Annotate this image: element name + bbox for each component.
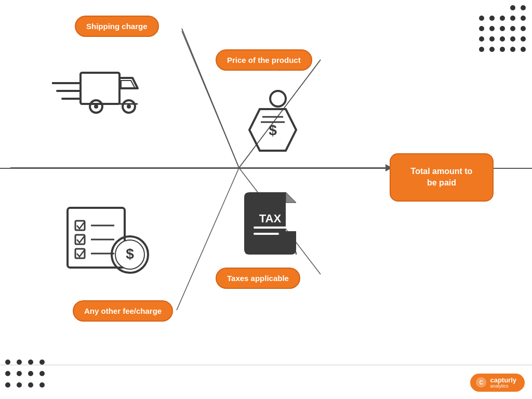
tax-icon: TAX <box>244 187 307 262</box>
dot-grid-bottom-left <box>5 360 46 389</box>
dot-grid-top-right <box>479 5 527 53</box>
capturly-logo-icon: C <box>475 377 487 388</box>
shipping-charge-label: Shipping charge <box>75 16 159 37</box>
price-label: Price of the product <box>216 49 312 71</box>
capturly-brand-text: capturly <box>490 377 516 384</box>
svg-text:C: C <box>480 380 483 385</box>
bottom-divider <box>0 365 532 365</box>
total-amount-label: Total amount to be paid <box>390 153 494 202</box>
other-fee-label: Any other fee/charge <box>73 300 173 322</box>
checklist-dollar-icon: $ <box>62 203 151 277</box>
taxes-label: Taxes applicable <box>216 268 300 289</box>
svg-point-14 <box>94 104 98 109</box>
svg-text:$: $ <box>269 122 277 138</box>
svg-point-16 <box>127 104 131 109</box>
capturly-logo: C capturly analytics <box>470 374 525 392</box>
capturly-sub-text: analytics <box>490 384 516 389</box>
svg-point-18 <box>270 91 286 107</box>
svg-text:TAX: TAX <box>259 212 282 225</box>
price-tag-icon: $ <box>239 88 307 168</box>
svg-rect-12 <box>81 73 119 104</box>
truck-icon <box>52 60 140 124</box>
svg-text:$: $ <box>126 246 134 262</box>
